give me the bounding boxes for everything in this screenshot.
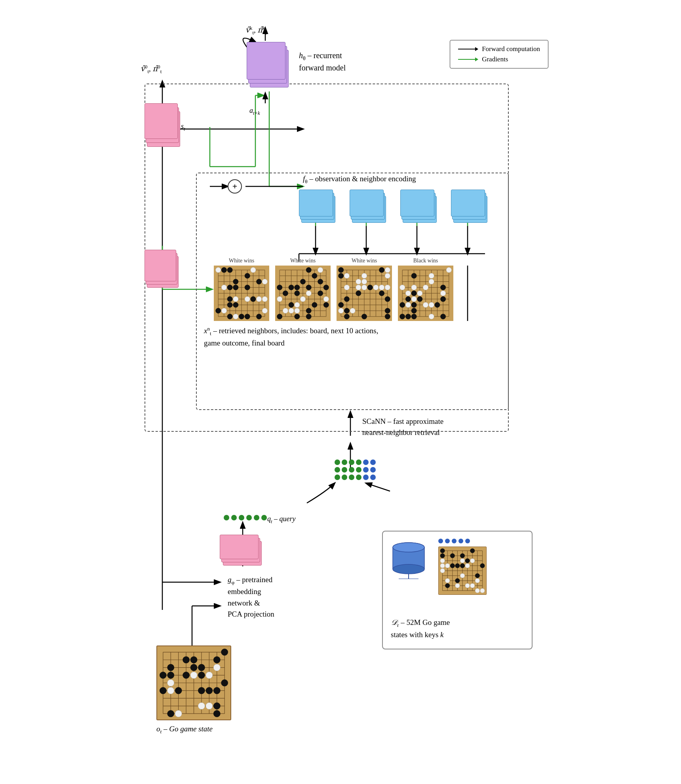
purple-stack bbox=[247, 42, 290, 93]
blue-dot-4 bbox=[370, 467, 376, 473]
query-dot-3 bbox=[239, 515, 244, 520]
blue-card-1-1 bbox=[299, 190, 333, 216]
board-1-canvas bbox=[214, 266, 269, 321]
green-dot-8 bbox=[356, 467, 361, 473]
f-theta-label: fθ – observation & neighbor encoding bbox=[303, 175, 416, 185]
db-board-canvas bbox=[438, 547, 487, 595]
board-4-container: Black wins bbox=[398, 258, 453, 323]
green-dot-2 bbox=[342, 459, 347, 465]
dot-row-2 bbox=[335, 467, 376, 473]
blue-dot-3 bbox=[363, 467, 369, 473]
blue-card-4-1 bbox=[451, 190, 485, 216]
legend-item-gradient: Gradients bbox=[458, 55, 540, 63]
board-4-label: Black wins bbox=[398, 258, 453, 264]
v-hat-0-label: v̂0t, π̂0t bbox=[141, 64, 162, 75]
a-t-k-label: at+k bbox=[249, 106, 260, 116]
dot-embedding bbox=[335, 459, 376, 480]
blue-card-2-1 bbox=[350, 190, 384, 216]
query-dot-row bbox=[224, 515, 267, 520]
pink-mid-card-1 bbox=[145, 250, 176, 281]
green-dot-11 bbox=[349, 475, 354, 480]
blue-card-3-1 bbox=[400, 190, 434, 216]
board-2-canvas bbox=[275, 266, 331, 321]
green-dot-5 bbox=[335, 467, 340, 473]
blue-dot-2 bbox=[370, 459, 376, 465]
blue-stack-2 bbox=[350, 190, 387, 227]
board-1-container: White wins bbox=[214, 258, 269, 323]
query-dot-1 bbox=[224, 515, 229, 520]
board-3-canvas bbox=[337, 266, 392, 321]
diagram-wrapper: Forward computation Gradients fθ – obser… bbox=[133, 16, 548, 768]
legend-forward-label: Forward computation bbox=[482, 45, 540, 53]
db-dot-row bbox=[438, 539, 470, 543]
blue-stack-1 bbox=[299, 190, 337, 227]
scann-label: SCaNN – fast approximatenearest-neighbor… bbox=[362, 416, 443, 439]
query-dot-2 bbox=[231, 515, 237, 520]
query-dot-6 bbox=[261, 515, 267, 520]
pink-card-1 bbox=[145, 103, 178, 139]
s-t-label: st bbox=[181, 122, 185, 132]
query-dot-5 bbox=[254, 515, 259, 520]
g-phi-label: gφ – pretrainedembeddingnetwork &PCA pro… bbox=[228, 574, 274, 620]
query-dot-4 bbox=[246, 515, 252, 520]
pink-stack-query bbox=[220, 535, 263, 570]
blue-dot-6 bbox=[370, 475, 376, 480]
dot-row-3 bbox=[335, 475, 376, 480]
board-2-container: White wins bbox=[275, 258, 331, 323]
board-4-canvas bbox=[398, 266, 453, 321]
pink-query-card-1 bbox=[220, 535, 259, 559]
green-dot-4 bbox=[356, 459, 361, 465]
svg-point-40 bbox=[393, 543, 424, 552]
o-t-label: ot – Go game state bbox=[156, 725, 213, 735]
green-dot-1 bbox=[335, 459, 340, 465]
plus-circle: + bbox=[228, 179, 242, 194]
green-dot-7 bbox=[349, 467, 354, 473]
blue-dot-1 bbox=[363, 459, 369, 465]
green-dot-12 bbox=[356, 475, 361, 480]
dot-row-1 bbox=[335, 459, 376, 465]
blue-stack-3 bbox=[400, 190, 438, 227]
gradient-arrow-icon bbox=[458, 59, 478, 60]
green-dot-9 bbox=[335, 475, 340, 480]
blue-stack-4 bbox=[451, 190, 489, 227]
forward-arrow-icon bbox=[458, 49, 478, 49]
pink-stack-mid bbox=[145, 250, 180, 293]
database-icon bbox=[391, 539, 426, 579]
retrieved-neighbors-label: xnt – retrieved neighbors, includes: boa… bbox=[204, 325, 378, 349]
main-go-board bbox=[156, 645, 231, 720]
q-t-label: qt – query bbox=[267, 515, 295, 525]
legend-item-forward: Forward computation bbox=[458, 45, 540, 53]
board-2-label: White wins bbox=[275, 258, 331, 264]
blue-dot-5 bbox=[363, 475, 369, 480]
pink-stack-top bbox=[145, 103, 180, 155]
green-dot-10 bbox=[342, 475, 347, 480]
h-theta-label: hθ – recurrentforward model bbox=[299, 50, 346, 74]
main-container: Forward computation Gradients fθ – obser… bbox=[0, 0, 681, 784]
legend-box: Forward computation Gradients bbox=[450, 40, 548, 68]
purple-card-1 bbox=[247, 42, 285, 80]
svg-point-39 bbox=[393, 564, 424, 574]
green-dot-3 bbox=[349, 459, 354, 465]
board-3-label: White wins bbox=[337, 258, 392, 264]
v-hat-k-label: v̂kt, π̂kt bbox=[245, 25, 266, 36]
green-dot-6 bbox=[342, 467, 347, 473]
board-3-container: White wins bbox=[337, 258, 392, 323]
retrieval-box: 𝒟r – 52M Go gamestates with keys k bbox=[382, 531, 533, 649]
board-1-label: White wins bbox=[214, 258, 269, 264]
d-r-label: 𝒟r – 52M Go gamestates with keys k bbox=[391, 617, 450, 640]
legend-gradient-label: Gradients bbox=[482, 55, 508, 63]
